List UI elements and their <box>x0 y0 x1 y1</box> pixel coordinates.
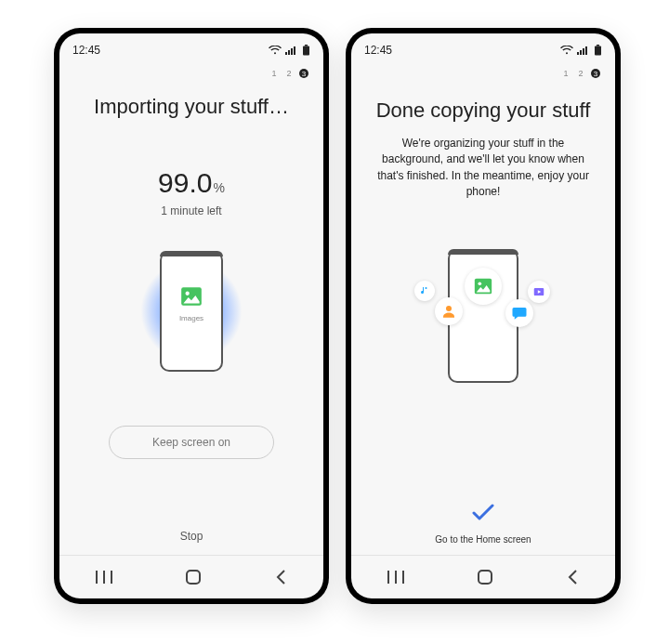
progress-value: 99.0 <box>158 167 212 198</box>
wifi-icon <box>269 46 282 55</box>
svg-rect-3 <box>294 46 295 55</box>
recents-icon[interactable] <box>96 571 112 584</box>
mini-phone: Images <box>160 251 223 372</box>
step-3-current: 3 <box>299 69 308 78</box>
mini-label: Images <box>162 314 221 322</box>
progress-unit: % <box>213 180 224 195</box>
battery-icon <box>594 45 602 56</box>
checkmark-icon <box>351 504 615 526</box>
screen: 12:45 1 2 3 Done copying your stuff We'r… <box>351 33 615 598</box>
svg-rect-0 <box>285 52 287 55</box>
svg-rect-15 <box>585 46 587 55</box>
status-bar: 12:45 <box>59 33 323 61</box>
svg-rect-25 <box>402 571 404 584</box>
svg-rect-16 <box>597 45 599 46</box>
step-2: 2 <box>576 69 585 78</box>
svg-rect-13 <box>580 50 582 55</box>
wifi-icon <box>560 46 573 55</box>
svg-rect-14 <box>583 48 584 55</box>
page-title: Importing your stuff… <box>59 95 323 119</box>
status-bar: 12:45 <box>351 33 615 61</box>
svg-rect-5 <box>303 46 309 56</box>
video-icon <box>528 281 550 303</box>
clock: 12:45 <box>364 44 392 57</box>
svg-point-19 <box>479 282 482 285</box>
contact-icon <box>435 297 463 325</box>
message-icon <box>505 299 533 327</box>
svg-point-7 <box>186 292 190 296</box>
step-indicator: 1 2 3 <box>59 61 323 78</box>
done-illustration <box>390 242 576 390</box>
svg-rect-9 <box>103 571 105 584</box>
phone-importing: 12:45 1 2 3 Importing your stuff… 99.0% … <box>54 28 329 604</box>
step-indicator: 1 2 3 <box>351 61 615 78</box>
nav-bar <box>351 556 615 598</box>
step-1: 1 <box>269 69 279 78</box>
signal-icon <box>285 46 298 55</box>
svg-rect-8 <box>96 571 98 584</box>
svg-rect-26 <box>479 571 492 584</box>
svg-rect-17 <box>595 46 601 56</box>
svg-rect-4 <box>305 45 308 46</box>
nav-bar <box>59 556 323 598</box>
back-icon[interactable] <box>566 570 579 585</box>
svg-point-21 <box>425 286 426 288</box>
home-icon[interactable] <box>185 569 202 585</box>
body-text: We're organizing your stuff in the backg… <box>351 123 615 201</box>
stop-button[interactable]: Stop <box>59 530 323 543</box>
keep-screen-on-button[interactable]: Keep screen on <box>109 426 274 459</box>
images-icon <box>177 283 205 310</box>
svg-rect-12 <box>577 52 579 55</box>
step-2: 2 <box>284 69 294 78</box>
images-icon <box>465 268 502 305</box>
screen: 12:45 1 2 3 Importing your stuff… 99.0% … <box>59 33 323 598</box>
home-icon[interactable] <box>477 569 493 585</box>
transfer-illustration: Images <box>126 242 256 381</box>
step-1: 1 <box>561 69 571 78</box>
signal-icon <box>577 46 590 55</box>
step-3-current: 3 <box>591 69 600 78</box>
back-icon[interactable] <box>274 570 287 585</box>
progress-subtitle: 1 minute left <box>59 204 323 217</box>
svg-point-20 <box>446 306 452 311</box>
progress: 99.0% 1 minute left <box>59 167 323 217</box>
svg-rect-1 <box>288 50 290 55</box>
svg-rect-11 <box>187 571 200 584</box>
music-icon <box>414 281 435 301</box>
battery-icon <box>302 45 310 56</box>
go-home-button[interactable]: Go to the Home screen <box>351 534 615 545</box>
page-title: Done copying your stuff <box>351 99 615 123</box>
svg-rect-2 <box>291 48 293 55</box>
svg-rect-10 <box>111 571 112 584</box>
svg-rect-24 <box>395 571 397 584</box>
phone-done: 12:45 1 2 3 Done copying your stuff We'r… <box>346 28 621 604</box>
recents-icon[interactable] <box>387 571 404 584</box>
clock: 12:45 <box>72 44 100 57</box>
svg-rect-23 <box>387 571 389 584</box>
